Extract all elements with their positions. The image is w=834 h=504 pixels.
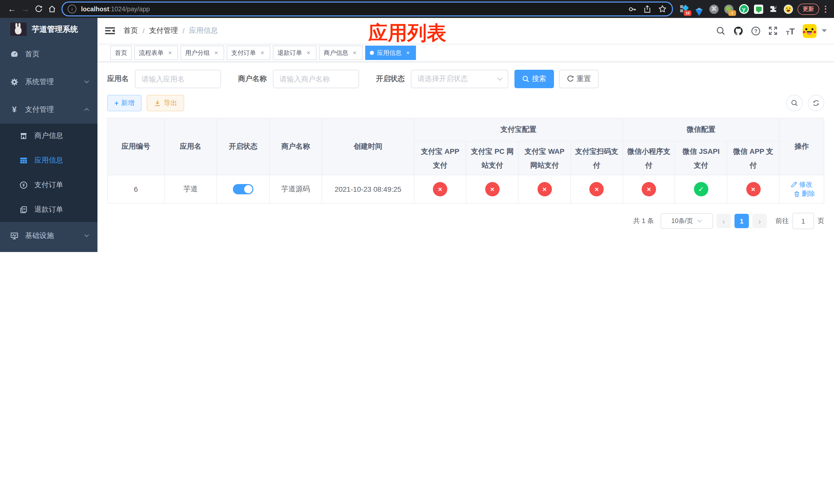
big-t-glyph: T (789, 27, 795, 36)
breadcrumb-home[interactable]: 首页 (124, 26, 138, 36)
password-key-icon[interactable] (628, 5, 637, 13)
app-title: 芋道管理系统 (32, 24, 78, 34)
address-bar[interactable]: i localhost:1024/pay/app (62, 2, 673, 17)
page-size-value: 10条/页 (672, 216, 693, 225)
extension-y[interactable]: y (739, 4, 749, 14)
site-info-icon[interactable]: i (68, 5, 76, 13)
sidebar-item-home[interactable]: 首页 (0, 41, 97, 68)
search-button[interactable]: 搜索 (514, 70, 554, 88)
sidebar-collapse-button[interactable] (105, 26, 115, 36)
cell-wechat-jsapi: ✓ (675, 175, 727, 203)
extension-command[interactable]: ⌘ (709, 4, 719, 14)
page-number-1[interactable]: 1 (734, 214, 749, 228)
extension-notifier[interactable]: 1 (724, 4, 734, 14)
sidebar-item-merchant-info[interactable]: 商户信息 (0, 123, 97, 148)
font-size-button[interactable]: TT (785, 26, 795, 36)
browser-reload-button[interactable] (32, 2, 45, 16)
tag-label: 商户信息 (324, 48, 348, 57)
sidebar-item-system[interactable]: 系统管理 (0, 68, 97, 96)
col-header-app-name: 应用名 (164, 118, 217, 175)
tag-merchant-info[interactable]: 商户信息× (319, 46, 363, 60)
sidebar-item-dev-tools[interactable]: 研发工具 (0, 250, 97, 252)
chevron-right-icon: › (758, 216, 761, 225)
tag-process-form[interactable]: 流程表单× (134, 46, 178, 60)
browser-forward-button[interactable]: → (19, 2, 32, 16)
goto-page-input[interactable] (792, 213, 814, 229)
breadcrumb-payment[interactable]: 支付管理 (149, 26, 178, 36)
prev-page-button[interactable]: ‹ (717, 214, 731, 228)
status-select[interactable]: 请选择开启状态 (411, 70, 508, 88)
browser-back-button[interactable]: ← (5, 2, 19, 16)
user-avatar[interactable] (803, 24, 816, 38)
extension-area: 10 ⌘ 1 y (679, 4, 793, 14)
close-icon[interactable]: × (259, 49, 266, 56)
extension-blue-diamond[interactable]: 10 (679, 4, 689, 14)
extension-chat[interactable] (753, 4, 764, 14)
col-header-alipay-pc: 支付宝 PC 网站支付 (466, 141, 518, 175)
collapse-icon (105, 27, 115, 35)
header-search-button[interactable] (716, 26, 726, 36)
next-page-button[interactable]: › (752, 214, 767, 228)
col-header-status: 开启状态 (217, 118, 269, 175)
refresh-table-button[interactable] (808, 95, 824, 111)
cell-alipay-qr: × (571, 175, 623, 203)
top-navbar: 首页 / 支付管理 / 应用信息 ? (97, 18, 834, 44)
extension-gem[interactable] (694, 4, 704, 14)
close-icon[interactable]: × (405, 49, 411, 56)
chevron-left-icon: ‹ (722, 216, 725, 225)
help-button[interactable]: ? (750, 26, 761, 36)
tags-view: 首页 流程表单× 用户分组× 支付订单× 退款订单× 商户信息× 应用信息× (97, 44, 834, 62)
sidebar-item-infrastructure[interactable]: 基础设施 (0, 222, 97, 250)
app-table: 应用编号 应用名 开启状态 商户名称 创建时间 支付宝配置 微信配置 操作 支付… (107, 118, 824, 204)
github-link-button[interactable] (733, 26, 743, 36)
tag-refund-order[interactable]: 退款订单× (273, 46, 316, 60)
breadcrumb-separator: / (142, 27, 145, 35)
payment-submenu: 商户信息 应用信息 ¥ 支付订单 (0, 123, 97, 222)
y-letter: y (742, 6, 745, 12)
close-icon[interactable]: × (305, 49, 312, 56)
y-logo-icon: y (739, 4, 749, 14)
tag-user-group[interactable]: 用户分组× (180, 46, 224, 60)
merchant-name-input[interactable] (273, 70, 359, 88)
close-icon[interactable]: × (351, 49, 358, 56)
export-button[interactable]: 导出 (147, 95, 184, 111)
command-icon: ⌘ (709, 4, 719, 14)
chrome-update-button[interactable]: 更新 (797, 3, 819, 15)
close-icon[interactable]: × (167, 49, 173, 56)
sidebar-logo[interactable]: 芋道管理系统 (0, 18, 97, 41)
close-icon[interactable]: × (213, 49, 220, 56)
extension-square-icon (680, 9, 683, 12)
tag-pay-order[interactable]: 支付订单× (227, 46, 270, 60)
tag-app-info-active[interactable]: 应用信息× (365, 46, 416, 60)
extension-emoji-avatar[interactable] (783, 4, 793, 14)
app-name-input[interactable] (135, 70, 221, 88)
search-icon (522, 75, 529, 83)
extensions-puzzle-button[interactable] (768, 4, 778, 14)
share-icon[interactable] (643, 5, 652, 13)
browser-home-button[interactable] (45, 2, 59, 16)
browser-menu-button[interactable] (822, 5, 829, 13)
add-button-label: 新增 (121, 98, 134, 108)
add-button[interactable]: + 新增 (107, 95, 141, 111)
sidebar-item-app-info[interactable]: 应用信息 (0, 148, 97, 173)
col-header-wechat-mini: 微信小程序支付 (623, 141, 675, 175)
sidebar-item-pay-order[interactable]: ¥ 支付订单 (0, 173, 97, 198)
col-header-alipay-wap: 支付宝 WAP 网站支付 (518, 141, 570, 175)
tag-label: 首页 (115, 48, 127, 57)
url-text[interactable]: localhost:1024/pay/app (81, 5, 628, 13)
cell-wechat-mini: × (623, 175, 675, 203)
avatar-caret-icon[interactable] (822, 29, 827, 32)
delete-link[interactable]: 删除 (793, 189, 815, 199)
sidebar-item-payment[interactable]: ¥ 支付管理 (0, 96, 97, 123)
cell-wechat-app: × (727, 175, 779, 203)
toggle-search-button[interactable] (786, 95, 803, 111)
page-size-select[interactable]: 10条/页 (661, 213, 713, 229)
edit-link[interactable]: 修改 (791, 180, 812, 189)
bookmark-star-icon[interactable] (658, 5, 667, 13)
status-toggle[interactable] (233, 184, 254, 194)
sidebar-item-refund-order[interactable]: 退款订单 (0, 198, 97, 222)
reset-button[interactable]: 重置 (559, 70, 598, 88)
tag-home[interactable]: 首页 (110, 46, 132, 60)
fullscreen-button[interactable] (768, 26, 778, 36)
app-name-label: 应用名 (107, 74, 129, 84)
